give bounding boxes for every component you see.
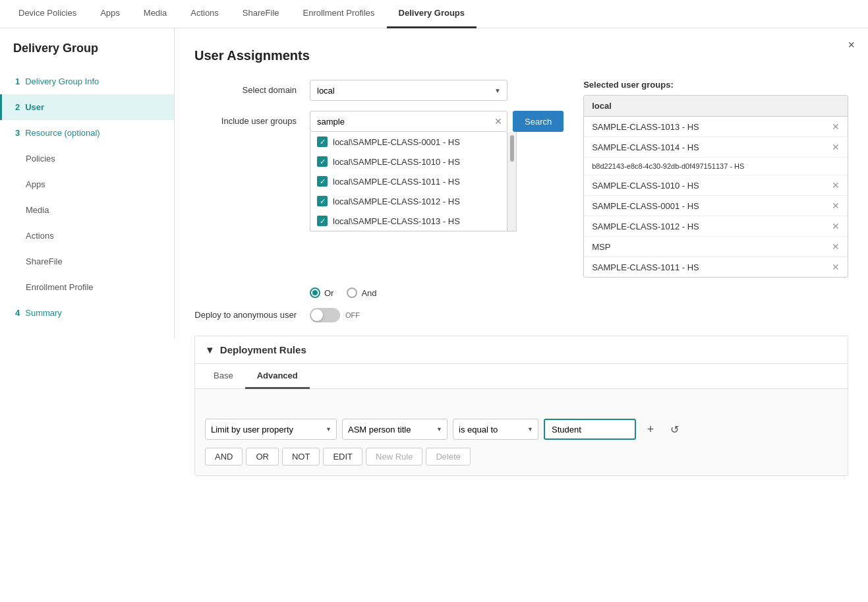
- deployment-rules-tabs: Base Advanced: [195, 364, 848, 389]
- toggle-state-label: OFF: [345, 311, 360, 319]
- search-button[interactable]: Search: [513, 111, 564, 132]
- checkbox-3[interactable]: [317, 196, 328, 206]
- remove-group-7[interactable]: ✕: [832, 262, 840, 272]
- sidebar-item-apps[interactable]: Apps: [0, 171, 174, 197]
- deployment-rules-title: Deployment Rules: [220, 344, 306, 355]
- deploy-anonymous-toggle[interactable]: [310, 308, 340, 322]
- rule-action-buttons: AND OR NOT EDIT New Rule Delete: [205, 448, 838, 466]
- deploy-anonymous-label: Deploy to anonymous user: [194, 310, 310, 321]
- not-button[interactable]: NOT: [282, 448, 320, 466]
- remove-group-6[interactable]: ✕: [832, 241, 840, 252]
- selected-group-item-1: SAMPLE-CLASS-1014 - HS ✕: [584, 137, 848, 158]
- dropdown-item-4[interactable]: local\SAMPLE-CLASS-1013 - HS: [310, 211, 507, 231]
- dropdown-item-1[interactable]: local\SAMPLE-CLASS-1010 - HS: [310, 152, 507, 171]
- collapse-arrow-icon: ▼: [205, 344, 215, 355]
- remove-group-3[interactable]: ✕: [832, 180, 840, 191]
- and-button[interactable]: AND: [205, 448, 243, 466]
- selected-group-item-3: SAMPLE-CLASS-1010 - HS ✕: [584, 175, 848, 196]
- selected-group-header: local: [584, 96, 848, 117]
- remove-group-4[interactable]: ✕: [832, 200, 840, 211]
- selected-group-item-4: SAMPLE-CLASS-0001 - HS ✕: [584, 196, 848, 216]
- nav-device-policies[interactable]: Device Policies: [7, 0, 88, 28]
- or-radio[interactable]: Or: [310, 287, 333, 298]
- nav-enrollment-profiles[interactable]: Enrollment Profiles: [291, 0, 387, 28]
- add-rule-icon[interactable]: +: [641, 420, 660, 438]
- selected-group-item-7: SAMPLE-CLASS-1011 - HS ✕: [584, 257, 848, 277]
- selected-group-item-5: SAMPLE-CLASS-1012 - HS ✕: [584, 216, 848, 237]
- selected-group-item-0: SAMPLE-CLASS-1013 - HS ✕: [584, 117, 848, 137]
- checkbox-1[interactable]: [317, 156, 328, 167]
- sidebar-item-policies[interactable]: Policies: [0, 146, 174, 171]
- page-title: User Assignments: [194, 48, 848, 63]
- sidebar-title: Delivery Group: [0, 42, 174, 69]
- checkbox-2[interactable]: [317, 176, 328, 187]
- dropdown-item-0[interactable]: local\SAMPLE-CLASS-0001 - HS: [310, 132, 507, 152]
- delete-button[interactable]: Delete: [426, 448, 471, 466]
- selected-user-groups-label: Selected user groups:: [583, 80, 848, 90]
- include-user-groups-label: Include user groups: [194, 111, 310, 126]
- nav-apps[interactable]: Apps: [88, 0, 132, 28]
- deployment-rules-section: ▼ Deployment Rules Base Advanced Limit b…: [194, 336, 848, 476]
- close-button[interactable]: ×: [848, 38, 855, 52]
- sidebar-item-actions[interactable]: Actions: [0, 223, 174, 249]
- rule-value-input[interactable]: [544, 419, 636, 440]
- selected-group-item-2: b8d22143-e8c8-4c30-92db-d0f497151137 - H…: [584, 158, 848, 175]
- checkbox-4[interactable]: [317, 216, 328, 226]
- nav-media[interactable]: Media: [132, 0, 179, 28]
- domain-dropdown[interactable]: local: [310, 80, 507, 101]
- and-radio[interactable]: And: [347, 287, 376, 298]
- remove-group-5[interactable]: ✕: [832, 221, 840, 231]
- nav-sharefile[interactable]: ShareFile: [231, 0, 291, 28]
- sidebar-item-delivery-group-info[interactable]: 1 Delivery Group Info: [0, 69, 174, 94]
- sidebar-item-user[interactable]: 2 User: [0, 94, 174, 120]
- or-and-radio-group: Or And: [310, 287, 848, 298]
- user-groups-search-input[interactable]: [310, 111, 507, 132]
- dropdown-item-3[interactable]: local\SAMPLE-CLASS-1012 - HS: [310, 191, 507, 211]
- top-nav: Device Policies Apps Media Actions Share…: [0, 0, 868, 28]
- content-area: × User Assignments Select domain local: [175, 28, 868, 602]
- rule-row: Limit by user property by user property …: [205, 419, 838, 440]
- deployment-rules-header[interactable]: ▼ Deployment Rules: [195, 336, 848, 364]
- dropdown-item-2[interactable]: local\SAMPLE-CLASS-1011 - HS: [310, 171, 507, 191]
- tab-advanced[interactable]: Advanced: [245, 364, 310, 389]
- nav-actions[interactable]: Actions: [179, 0, 231, 28]
- remove-group-1[interactable]: ✕: [832, 142, 840, 152]
- sidebar: Delivery Group 1 Delivery Group Info 2 U…: [0, 28, 175, 602]
- sidebar-item-enrollment-profile[interactable]: Enrollment Profile: [0, 274, 174, 300]
- deploy-anonymous-row: Deploy to anonymous user OFF: [194, 308, 848, 322]
- deployment-rules-body: Limit by user property by user property …: [195, 389, 848, 475]
- tab-base[interactable]: Base: [202, 364, 245, 389]
- sidebar-item-summary[interactable]: 4 Summary: [0, 300, 174, 326]
- operator-dropdown[interactable]: is equal to: [453, 419, 538, 440]
- selected-group-item-6: MSP ✕: [584, 237, 848, 257]
- sidebar-item-sharefile[interactable]: ShareFile: [0, 249, 174, 274]
- sidebar-item-media[interactable]: Media: [0, 197, 174, 223]
- or-button[interactable]: OR: [246, 448, 279, 466]
- selected-groups-panel: local SAMPLE-CLASS-1013 - HS ✕ SAMPLE-CL…: [583, 95, 848, 278]
- remove-group-0[interactable]: ✕: [832, 121, 840, 132]
- new-rule-button[interactable]: New Rule: [366, 448, 422, 466]
- select-domain-label: Select domain: [194, 80, 310, 95]
- edit-button[interactable]: EDIT: [323, 448, 362, 466]
- nav-delivery-groups[interactable]: Delivery Groups: [387, 0, 477, 28]
- person-title-dropdown[interactable]: ASM person title person title: [342, 419, 448, 440]
- limit-by-dropdown[interactable]: Limit by user property by user property: [205, 419, 337, 440]
- clear-search-icon[interactable]: ✕: [494, 116, 502, 127]
- checkbox-0[interactable]: [317, 136, 328, 147]
- sidebar-item-resource[interactable]: 3 Resource (optional): [0, 120, 174, 146]
- user-groups-dropdown: local\SAMPLE-CLASS-0001 - HS local\SAMPL…: [310, 132, 507, 231]
- undo-rule-icon[interactable]: ↺: [665, 420, 683, 438]
